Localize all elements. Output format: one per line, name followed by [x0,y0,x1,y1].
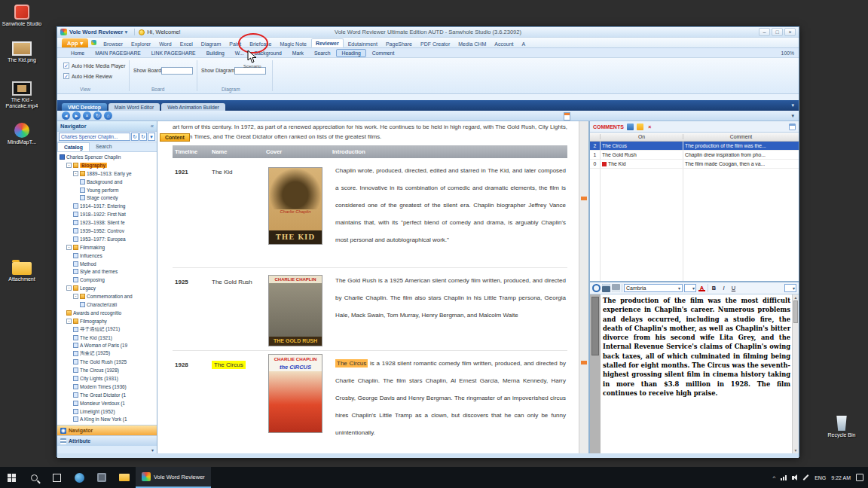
refresh-book-icon[interactable]: ↻ [131,133,139,141]
editor-scrollbar[interactable]: ▲ ▼ [792,294,799,453]
delete-comment-icon[interactable]: × [646,124,653,130]
task-view-button[interactable] [45,467,68,488]
ribbon-tab[interactable]: Excel [176,40,197,47]
tree-item[interactable]: - Filmmaking [57,243,157,252]
tree-expander-icon[interactable]: - [66,163,72,168]
minimize-button[interactable]: – [759,28,770,36]
forward-button[interactable]: ► [72,111,81,120]
tree-item[interactable]: - The Kid (1921) [57,334,157,342]
content-tab[interactable]: Content [160,133,190,142]
tree-expander-icon[interactable]: - [73,171,78,176]
start-button[interactable] [0,467,23,488]
ribbon-subtab[interactable]: Heading [336,49,365,57]
navigator-bottom-bar[interactable]: Navigator [57,425,157,435]
ribbon-subtab[interactable]: MAIN PAGESHARE [90,50,145,56]
tree-item[interactable]: - The Circus (1928) [57,366,157,374]
tree-item[interactable]: - City Lights (1931) [57,374,157,383]
ribbon-tab[interactable]: Magic Note [276,40,310,47]
tree-item[interactable]: - Style and themes [57,267,157,276]
doctabs-caret-icon[interactable]: ▾ [791,102,794,108]
comment-editor-text[interactable]: The production of the film was the most … [603,296,790,398]
ribbon-tab[interactable]: Edutainment [344,40,381,47]
tree-item[interactable]: - A King in New York (1 [57,416,157,424]
quick-access-label[interactable]: Vole Word Reviewer [69,29,123,35]
content-scrollbar[interactable] [579,121,588,453]
font-family-select[interactable]: Cambria▾ [624,284,683,292]
back-button[interactable]: ◄ [62,111,70,120]
app-gear-icon[interactable] [91,40,96,45]
collapse-panel-icon[interactable]: « [151,123,154,130]
font-size-select[interactable]: ▾ [684,284,696,292]
close-button[interactable]: × [784,28,796,36]
scroll-down-icon[interactable]: ▼ [793,448,799,453]
ribbon-subtab[interactable]: Search [310,50,335,56]
ribbon-tab[interactable]: Browser [99,40,127,47]
desktop-icon[interactable]: Recycle Bin [821,416,862,438]
ribbon-tab[interactable]: Account [491,40,517,47]
app-menu-button[interactable]: App▾ [62,38,88,47]
maximize-button[interactable]: □ [772,28,783,36]
tray-chevron-icon[interactable]: ^ [772,474,775,481]
pinned-app-button[interactable] [90,467,113,488]
ribbon-subtab[interactable]: Background [250,50,286,56]
document-tab[interactable]: VMC Desktop [62,103,107,111]
movie-poster[interactable]: CHARLIE CHAPLIN THE GOLD RUSH [268,275,322,346]
tree-item[interactable]: - 淘金记 (1925) [57,349,157,358]
sort-comments-icon[interactable] [627,124,634,130]
desktop-icon[interactable]: The Kid.png [2,41,42,63]
editor-left-scrollbar[interactable] [590,294,601,453]
ribbon-tab[interactable]: Word [155,40,176,47]
more-options-button[interactable]: ▾ [784,284,796,292]
language-indicator[interactable]: ENG [815,475,826,480]
tree-item[interactable]: - Limelight (1952) [57,407,157,416]
ribbon-subtab[interactable]: W... [231,50,249,56]
desktop-icon[interactable]: Sanwhole Studio [2,5,42,27]
tree-expander-icon[interactable]: - [73,294,78,299]
desktop-icon[interactable]: MindMapT... [2,123,42,145]
underline-button[interactable]: U [729,284,738,292]
refresh-icon[interactable] [592,284,601,292]
home-button[interactable]: ⌂ [104,111,112,120]
tree-item[interactable]: - Stage comedy [57,194,157,202]
tree-item[interactable]: - Young perform [57,186,157,194]
quick-access-caret-icon[interactable]: ▾ [124,29,127,35]
italic-button[interactable]: I [720,284,728,292]
ribbon-subtab[interactable]: Mark [288,50,308,56]
panel-strip-caret-icon[interactable]: ▾ [151,447,154,453]
show-board-input[interactable] [161,67,193,75]
tree-item[interactable]: - Charles Spencer Chaplin [57,153,157,161]
edit-comment-icon[interactable] [637,124,643,130]
ribbon-subtab[interactable]: Building [202,50,229,56]
tree-item[interactable]: - Commemoration and [57,292,157,300]
movie-poster[interactable]: Charlie Chaplin THE KID [268,167,322,245]
file-explorer-button[interactable] [113,467,136,488]
tree-item[interactable]: - 1953–1977: Europea [57,235,157,243]
tree-item[interactable]: - Awards and recognitio [57,309,157,317]
scroll-up-icon[interactable]: ▲ [793,295,799,300]
tree-expander-icon[interactable]: - [66,245,72,250]
ribbon-subtab[interactable]: Comment [368,50,399,56]
ribbon-subtab[interactable]: LINK PAGESHARE [147,50,200,56]
table-row[interactable]: 1928 The Circus CHARLIE CHAPLIN the CIRC… [173,351,567,453]
tree-item[interactable]: - Characterizati [57,300,157,309]
tree-item[interactable]: - A Woman of Paris (19 [57,341,157,349]
auto-hide-media-player-checkbox[interactable]: ✓ [63,63,69,69]
tree-item[interactable]: - 1918–1922: First Nat [57,210,157,218]
tree-item[interactable]: - Legacy [57,284,157,292]
attribute-bottom-bar[interactable]: Attribute [57,435,157,446]
ribbon-tab[interactable]: Media CHM [454,40,490,47]
tab-catalog[interactable]: Catalog [57,142,90,151]
tree-item[interactable]: - Composing [57,276,157,284]
pinned-browser-button[interactable] [68,467,90,488]
popout-comments-icon[interactable] [789,124,796,130]
book-dropdown[interactable]: Charles Spencer Chaplin... [59,133,130,141]
comment-row[interactable]: 2 The Circus The production of the film … [590,142,799,151]
bold-button[interactable]: B [710,284,718,292]
ribbon-tab[interactable]: A [518,40,530,47]
tree-item[interactable]: - The Gold Rush (1925 [57,358,157,366]
search-button[interactable] [23,467,45,488]
tree-item[interactable]: - Modern Times (1936) [57,383,157,391]
ribbon-subtab[interactable]: Home [66,50,89,56]
document-tab[interactable]: Main Word Editor [108,103,160,111]
stop-button[interactable]: × [83,111,91,120]
